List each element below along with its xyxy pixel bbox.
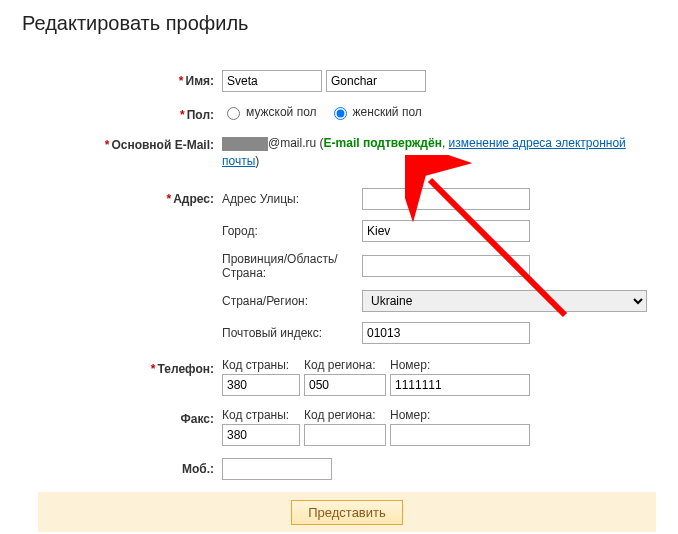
country-select[interactable]: Ukraine xyxy=(362,290,647,312)
phone-number-input[interactable] xyxy=(390,374,530,396)
street-label: Адрес Улицы: xyxy=(222,192,362,206)
submit-bar: Представить xyxy=(38,492,656,532)
gender-male-option[interactable]: мужской пол xyxy=(222,104,317,120)
street-input[interactable] xyxy=(362,188,530,210)
email-label: *Основной E-Mail: xyxy=(22,134,222,152)
province-label: Провинция/Область/ Страна: xyxy=(222,252,362,280)
first-name-input[interactable] xyxy=(222,70,322,92)
phone-area-input[interactable] xyxy=(304,374,386,396)
phone-country-input[interactable] xyxy=(222,374,300,396)
email-domain: @mail.ru xyxy=(268,136,316,150)
gender-female-radio[interactable] xyxy=(334,107,347,120)
mobile-input[interactable] xyxy=(222,458,332,480)
gender-male-radio[interactable] xyxy=(227,107,240,120)
last-name-input[interactable] xyxy=(326,70,426,92)
fax-area-label: Код региона: xyxy=(304,408,386,422)
zip-input[interactable] xyxy=(362,322,530,344)
city-input[interactable] xyxy=(362,220,530,242)
zip-label: Почтовый индекс: xyxy=(222,326,362,340)
fax-country-input[interactable] xyxy=(222,424,300,446)
mobile-label: Моб.: xyxy=(22,458,222,476)
phone-label: *Телефон: xyxy=(22,358,222,376)
gender-male-text: мужской пол xyxy=(246,105,317,119)
gender-label: *Пол: xyxy=(22,104,222,122)
email-verified-text: E-mail подтверждён xyxy=(324,136,442,150)
phone-country-label: Код страны: xyxy=(222,358,300,372)
page-title: Редактировать профиль xyxy=(22,12,656,35)
submit-button[interactable]: Представить xyxy=(291,500,403,525)
fax-country-label: Код страны: xyxy=(222,408,300,422)
fax-label: Факс: xyxy=(22,408,222,426)
fax-number-input[interactable] xyxy=(390,424,530,446)
country-label: Страна/Регион: xyxy=(222,294,362,308)
gender-female-option[interactable]: женский пол xyxy=(329,104,422,120)
email-masked xyxy=(222,137,268,151)
name-label: *Имя: xyxy=(22,70,222,88)
gender-female-text: женский пол xyxy=(353,105,422,119)
phone-area-label: Код региона: xyxy=(304,358,386,372)
city-label: Город: xyxy=(222,224,362,238)
fax-number-label: Номер: xyxy=(390,408,530,422)
phone-number-label: Номер: xyxy=(390,358,530,372)
address-label: *Адрес: xyxy=(22,188,222,206)
province-input[interactable] xyxy=(362,255,530,277)
fax-area-input[interactable] xyxy=(304,424,386,446)
